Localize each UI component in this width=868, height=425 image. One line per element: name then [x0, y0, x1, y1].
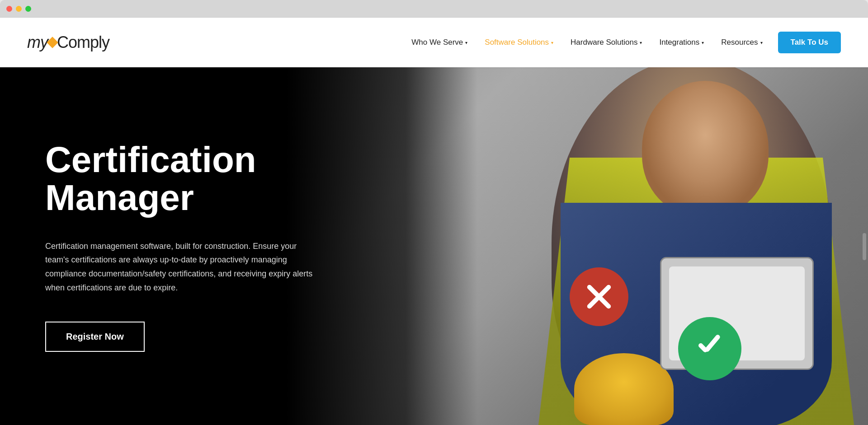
nav-links: Who We Serve ▾ Software Solutions ▾ Hard… [405, 32, 841, 53]
logo-diamond [47, 37, 58, 48]
hero-description: Certification management software, built… [45, 239, 316, 294]
navbar: myComply Who We Serve ▾ Software Solutio… [0, 18, 868, 67]
logo-my: my [27, 33, 48, 51]
maximize-button[interactable] [25, 6, 31, 12]
nav-item-who-we-serve[interactable]: Who We Serve ▾ [405, 34, 474, 51]
x-circle-icon [570, 267, 628, 326]
hero-hardhat [574, 353, 674, 425]
nav-item-integrations[interactable]: Integrations ▾ [653, 34, 710, 51]
nav-item-hardware-solutions[interactable]: Hardware Solutions ▾ [564, 34, 648, 51]
register-now-button[interactable]: Register Now [45, 322, 145, 352]
logo[interactable]: myComply [27, 33, 109, 52]
minimize-button[interactable] [16, 6, 22, 12]
chevron-down-icon-4: ▾ [702, 40, 704, 45]
logo-text: myComply [27, 33, 109, 52]
close-button[interactable] [6, 6, 12, 12]
nav-label-software-solutions: Software Solutions [485, 38, 549, 47]
nav-link-hardware-solutions[interactable]: Hardware Solutions ▾ [564, 34, 648, 51]
window-chrome [0, 0, 868, 17]
nav-label-hardware-solutions: Hardware Solutions [571, 38, 637, 47]
chevron-down-icon-2: ▾ [551, 40, 553, 45]
nav-link-integrations[interactable]: Integrations ▾ [653, 34, 710, 51]
hero-section: Certification Manager Certification mana… [0, 67, 868, 425]
check-circle-icon [678, 317, 741, 380]
nav-label-who-we-serve: Who We Serve [411, 38, 463, 47]
hero-person-head [642, 81, 769, 216]
nav-link-software-solutions[interactable]: Software Solutions ▾ [478, 34, 560, 51]
nav-link-resources[interactable]: Resources ▾ [715, 34, 769, 51]
chevron-down-icon-3: ▾ [640, 40, 642, 45]
chevron-down-icon-5: ▾ [760, 40, 763, 45]
checkmark [694, 333, 726, 364]
hero-title-text: Certification Manager [45, 140, 256, 218]
nav-item-software-solutions[interactable]: Software Solutions ▾ [478, 34, 560, 51]
hero-content: Certification Manager Certification mana… [0, 67, 477, 425]
nav-link-who-we-serve[interactable]: Who We Serve ▾ [405, 34, 474, 51]
chevron-down-icon: ▾ [465, 40, 467, 45]
talk-to-us-button[interactable]: Talk To Us [778, 32, 841, 53]
nav-label-integrations: Integrations [659, 38, 699, 47]
nav-item-resources[interactable]: Resources ▾ [715, 34, 769, 51]
logo-comply: Comply [57, 33, 109, 51]
hero-title: Certification Manager [45, 141, 432, 217]
scroll-hint [863, 233, 866, 260]
nav-label-resources: Resources [721, 38, 758, 47]
nav-item-cta[interactable]: Talk To Us [774, 32, 841, 53]
browser-content: myComply Who We Serve ▾ Software Solutio… [0, 17, 868, 425]
